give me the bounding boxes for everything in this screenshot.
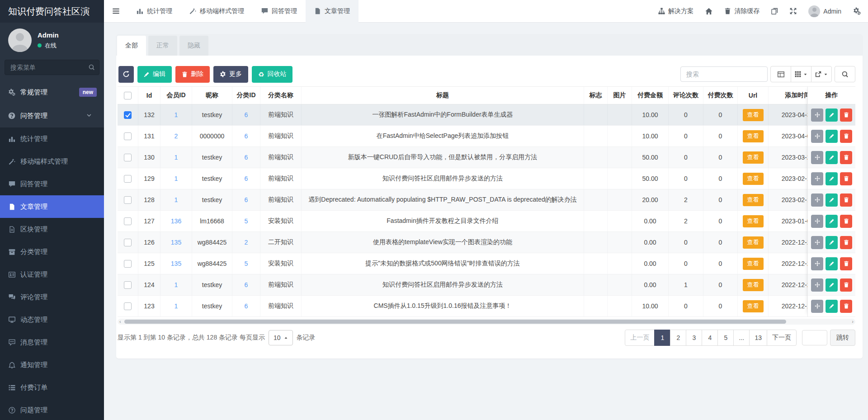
row-edit-button[interactable]: [826, 130, 838, 143]
category-id-link[interactable]: 6: [245, 302, 248, 310]
column-header[interactable]: 付费金额: [632, 87, 669, 104]
home-button[interactable]: [705, 8, 712, 15]
advanced-search-button[interactable]: [835, 66, 855, 82]
column-header[interactable]: 标题: [302, 87, 584, 104]
settings-button[interactable]: [853, 7, 861, 15]
table-search-input[interactable]: [680, 66, 768, 82]
category-id-link[interactable]: 6: [245, 196, 248, 203]
table-row[interactable]: 126135wg8844252二开知识使用表格的templateView实现一个…: [118, 232, 807, 253]
category-id-link[interactable]: 2: [245, 239, 248, 246]
topnav-tab-2[interactable]: 回答管理: [253, 0, 306, 23]
sidebar-menu-1[interactable]: 问答管理: [0, 104, 104, 127]
sidebar-item-6[interactable]: 认证管理: [0, 263, 104, 286]
member-id-link[interactable]: 2: [175, 132, 178, 140]
row-delete-button[interactable]: [840, 151, 852, 164]
columns-button[interactable]: [791, 66, 811, 82]
more-button[interactable]: 更多: [213, 66, 248, 83]
prev-page-button[interactable]: 上一页: [625, 330, 655, 346]
refresh-button[interactable]: [118, 66, 134, 83]
view-url-button[interactable]: 查看: [743, 194, 764, 206]
row-edit-button[interactable]: [826, 215, 838, 228]
edit-button[interactable]: 编辑: [137, 66, 172, 83]
row-move-button[interactable]: [811, 278, 823, 292]
topnav-tab-0[interactable]: 统计管理: [128, 0, 181, 23]
category-id-link[interactable]: 5: [245, 260, 248, 267]
sidebar-item-10[interactable]: 通知管理: [0, 354, 104, 376]
row-edit-button[interactable]: [826, 278, 838, 292]
member-id-link[interactable]: 1: [175, 175, 178, 182]
sidebar-item-8[interactable]: 动态管理: [0, 308, 104, 331]
page-button-13[interactable]: 13: [749, 330, 767, 346]
member-id-link[interactable]: 1: [175, 302, 178, 310]
sidebar-menu-0[interactable]: 常规管理new: [0, 80, 104, 104]
column-header[interactable]: Id: [138, 87, 160, 104]
scrollbar-thumb[interactable]: [124, 320, 786, 324]
app-logo[interactable]: 知识付费问答社区演: [0, 0, 104, 23]
topnav-tab-1[interactable]: 移动端样式管理: [181, 0, 253, 23]
table-row[interactable]: 125135wg8844255安装知识提示"未知的数据格式或500网络错误"时排…: [118, 253, 807, 274]
view-url-button[interactable]: 查看: [743, 130, 764, 142]
filter-tab-2[interactable]: 隐藏: [179, 36, 208, 56]
member-id-link[interactable]: 1: [175, 196, 178, 203]
clear-cache-button[interactable]: 清除缓存: [724, 7, 760, 15]
sidebar-item-3[interactable]: 文章管理: [0, 195, 104, 218]
row-move-button[interactable]: [811, 130, 823, 143]
column-header[interactable]: 分类名称: [260, 87, 302, 104]
view-url-button[interactable]: 查看: [743, 151, 764, 164]
table-row[interactable]: 131200000006前端知识在FastAdmin中给SelectPage列表…: [118, 126, 807, 147]
category-id-link[interactable]: 6: [245, 132, 248, 140]
recycle-bin-button[interactable]: ♻回收站: [252, 66, 292, 83]
column-header[interactable]: Url: [738, 87, 769, 104]
row-edit-button[interactable]: [826, 172, 838, 185]
topnav-tab-3[interactable]: 文章管理: [306, 0, 359, 23]
page-button-1[interactable]: 1: [654, 330, 670, 346]
category-id-link[interactable]: 6: [245, 111, 248, 118]
sidebar-item-5[interactable]: 分类管理: [0, 241, 104, 263]
next-page-button[interactable]: 下一页: [767, 330, 797, 346]
member-id-link[interactable]: 135: [171, 239, 181, 246]
filter-tab-0[interactable]: 全部: [117, 36, 146, 56]
row-edit-button[interactable]: [826, 257, 838, 270]
row-checkbox[interactable]: [124, 281, 132, 289]
row-move-button[interactable]: [811, 215, 823, 228]
page-button-4[interactable]: 4: [702, 330, 718, 346]
menu-search-input[interactable]: [5, 60, 99, 75]
view-url-button[interactable]: 查看: [743, 173, 764, 185]
row-checkbox[interactable]: [124, 111, 132, 119]
row-delete-button[interactable]: [840, 236, 852, 249]
table-row[interactable]: 1321testkey6前端知识一张图解析FastAdmin中的FormBuil…: [118, 104, 807, 126]
delete-button[interactable]: 删除: [175, 66, 210, 83]
select-all-checkbox[interactable]: [124, 92, 132, 99]
row-delete-button[interactable]: [840, 278, 852, 292]
row-delete-button[interactable]: [840, 172, 852, 185]
filter-tab-1[interactable]: 正常: [148, 36, 177, 56]
user-menu[interactable]: Admin: [808, 5, 841, 17]
sidebar-item-11[interactable]: 付费订单: [0, 376, 104, 399]
table-row[interactable]: 1241testkey6前端知识知识付费问答社区启用邮件异步发送的方法0.001…: [118, 274, 807, 296]
sidebar-item-7[interactable]: 评论管理: [0, 286, 104, 308]
member-id-link[interactable]: 135: [171, 260, 181, 267]
row-checkbox[interactable]: [124, 260, 132, 268]
member-id-link[interactable]: 1: [175, 111, 178, 118]
table-row[interactable]: 127136lm166685安装知识Fastadmin插件开发教程之目录文件介绍…: [118, 211, 807, 232]
column-header[interactable]: 评论次数: [669, 87, 703, 104]
row-move-button[interactable]: [811, 193, 823, 207]
solution-link[interactable]: 解决方案: [658, 7, 693, 15]
row-checkbox[interactable]: [124, 132, 132, 140]
column-header[interactable]: 付费次数: [703, 87, 738, 104]
row-delete-button[interactable]: [840, 257, 852, 270]
member-id-link[interactable]: 136: [171, 217, 181, 225]
row-edit-button[interactable]: [826, 236, 838, 249]
column-header[interactable]: 图片: [608, 87, 632, 104]
export-button[interactable]: [811, 66, 832, 82]
row-checkbox[interactable]: [124, 175, 132, 183]
row-checkbox[interactable]: [124, 196, 132, 204]
category-id-link[interactable]: 6: [245, 281, 248, 288]
view-url-button[interactable]: 查看: [743, 109, 764, 121]
sidebar-toggle-button[interactable]: [104, 7, 128, 15]
row-delete-button[interactable]: [840, 193, 852, 207]
table-row[interactable]: 1301testkey6前端知识新版本一键CRUD后自带导入功能，但是默认被禁用…: [118, 147, 807, 168]
page-button-5[interactable]: 5: [717, 330, 734, 346]
view-url-button[interactable]: 查看: [743, 215, 764, 227]
column-header[interactable]: 添加时间: [769, 87, 807, 104]
